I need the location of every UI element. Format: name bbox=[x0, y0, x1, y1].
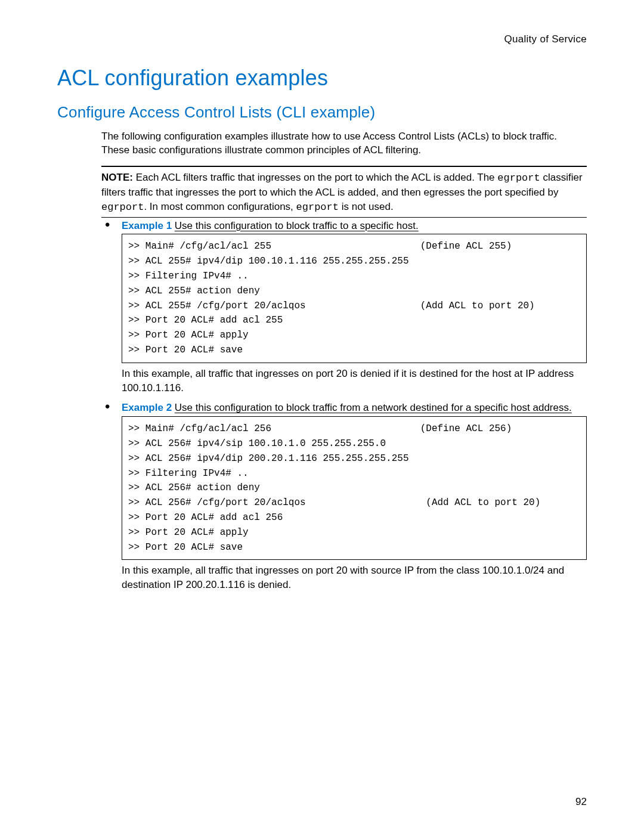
example-explain: In this example, all traffic that ingres… bbox=[122, 367, 587, 395]
example-label: Example 1 bbox=[122, 220, 172, 231]
subsection-title: Configure Access Control Lists (CLI exam… bbox=[57, 101, 587, 123]
note-rule-bottom bbox=[101, 217, 587, 218]
list-item: Example 1 Use this configuration to bloc… bbox=[101, 219, 587, 395]
note-text-4: is not used. bbox=[339, 201, 394, 212]
page: Quality of Service ACL configuration exa… bbox=[0, 0, 644, 833]
note-paragraph: NOTE: Each ACL filters traffic that ingr… bbox=[101, 171, 587, 214]
note-label: NOTE: bbox=[101, 172, 133, 183]
note-text-1: Each ACL filters traffic that ingresses … bbox=[136, 172, 498, 183]
body-block: The following configuration examples ill… bbox=[101, 129, 587, 592]
page-number: 92 bbox=[575, 795, 587, 809]
example-desc: Use this configuration to block traffic … bbox=[175, 402, 572, 413]
note-code-1: egrport bbox=[497, 172, 540, 184]
example-explain: In this example, all traffic that ingres… bbox=[122, 563, 587, 592]
example-label: Example 2 bbox=[122, 402, 172, 413]
note-code-3: egrport bbox=[296, 202, 339, 213]
running-header: Quality of Service bbox=[57, 32, 587, 47]
note-rule-top bbox=[101, 166, 587, 167]
examples-list: Example 1 Use this configuration to bloc… bbox=[101, 219, 587, 592]
code-block: >> Main# /cfg/acl/acl 255 (Define ACL 25… bbox=[122, 234, 587, 363]
note-code-2: egrport bbox=[101, 202, 144, 213]
note-text-3: . In most common configurations, bbox=[144, 201, 296, 212]
code-block: >> Main# /cfg/acl/acl 256 (Define ACL 25… bbox=[122, 416, 587, 560]
example-desc: Use this configuration to block traffic … bbox=[175, 220, 419, 231]
intro-paragraph: The following configuration examples ill… bbox=[101, 129, 587, 158]
list-item: Example 2 Use this configuration to bloc… bbox=[101, 401, 587, 592]
section-title: ACL configuration examples bbox=[57, 63, 587, 93]
